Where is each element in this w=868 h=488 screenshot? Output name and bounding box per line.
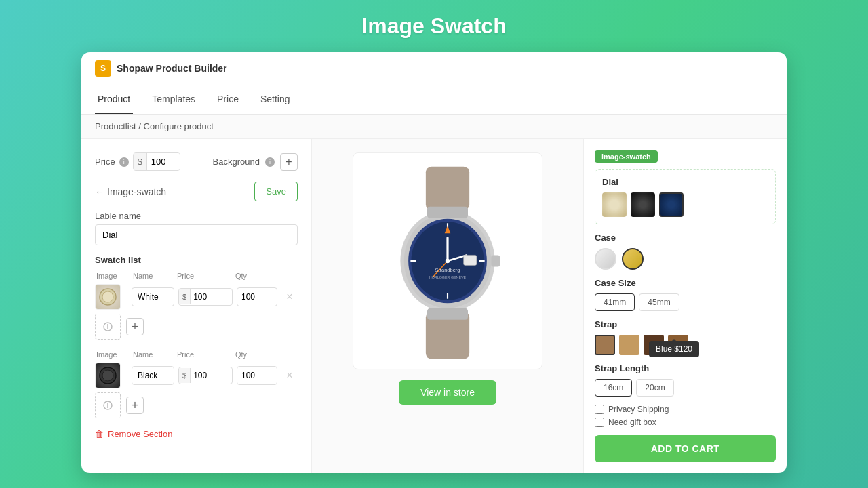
nav-bar: Product Templates Price Setting xyxy=(81,85,787,115)
bg-group: Background i + xyxy=(213,153,298,171)
watch-preview: Strandberg HORLOGER GENÈVE xyxy=(353,152,542,369)
remove-section-button[interactable]: 🗑 Remove Section xyxy=(95,429,172,439)
view-in-store-button[interactable]: View in store xyxy=(399,380,496,405)
case-option-silver[interactable] xyxy=(595,248,616,270)
dial-options xyxy=(602,192,768,217)
watch-image: Strandberg HORLOGER GENÈVE xyxy=(366,159,529,363)
label-name-label: Lable name xyxy=(95,211,298,221)
save-button[interactable]: Save xyxy=(254,182,298,201)
swatch-price-black[interactable] xyxy=(191,367,218,384)
swatch-placeholder-2 xyxy=(95,392,121,418)
swatch-price-wrap-white: $ xyxy=(178,288,233,306)
size-41mm[interactable]: 41mm xyxy=(595,293,635,311)
dial-option-blue[interactable] xyxy=(659,192,684,217)
strap-length-options: 16cm 20cm xyxy=(595,379,776,396)
need-gift-box-label: Need gift box xyxy=(608,418,656,427)
strap-length-label: Strap Length xyxy=(595,363,776,373)
logo-icon: S xyxy=(95,60,111,77)
add-swatch-button-1[interactable]: + xyxy=(126,318,144,336)
section-header: ← Image-swatch Save xyxy=(95,182,298,201)
dial-config-section: Dial xyxy=(595,169,776,224)
privacy-shipping-label: Privacy Shipping xyxy=(608,405,669,414)
image-swatch-badge: image-swatch xyxy=(595,150,658,163)
dial-option-dark[interactable] xyxy=(631,192,655,217)
swatch-image-white[interactable] xyxy=(95,284,121,310)
size-45mm[interactable]: 45mm xyxy=(639,293,679,311)
left-panel: Price i $ Background i + ← Image-swatch xyxy=(81,139,312,473)
svg-rect-8 xyxy=(426,167,469,210)
delete-black[interactable]: × xyxy=(281,369,298,382)
strap-20cm[interactable]: 20cm xyxy=(636,379,673,396)
price-dollar-white: $ xyxy=(179,289,191,304)
svg-rect-27 xyxy=(427,207,468,218)
case-section: Case Blue $120 xyxy=(595,232,776,270)
svg-rect-24 xyxy=(464,255,477,265)
breadcrumb-parent[interactable]: Productlist xyxy=(95,121,136,131)
add-row-1: + xyxy=(95,314,298,340)
swatch-name-white[interactable] xyxy=(132,287,174,306)
section-name: Image-swatch xyxy=(107,186,166,197)
swatch-name-black[interactable] xyxy=(132,366,174,385)
price-dollar-sign: $ xyxy=(134,153,147,170)
swatch-image-black[interactable] xyxy=(95,363,121,388)
case-size-options: 41mm 45mm xyxy=(595,293,776,311)
price-bg-row: Price i $ Background i + xyxy=(95,152,298,171)
swatch-qty-white[interactable] xyxy=(237,287,277,306)
strap-option-1[interactable] xyxy=(595,335,615,355)
swatch-list-title: Swatch list xyxy=(95,255,298,265)
swatch-price-white[interactable] xyxy=(191,289,218,305)
label-name-section: Lable name xyxy=(95,211,298,245)
breadcrumb-separator: / xyxy=(138,121,143,131)
case-size-label: Case Size xyxy=(595,278,776,288)
add-swatch-button-2[interactable]: + xyxy=(126,396,144,414)
swatch-qty-black[interactable] xyxy=(237,366,277,385)
trash-icon: 🗑 xyxy=(95,429,104,439)
delete-white[interactable]: × xyxy=(281,291,298,303)
strap-option-2[interactable] xyxy=(619,335,639,355)
svg-text:Strandberg: Strandberg xyxy=(435,267,460,273)
privacy-shipping-checkbox[interactable] xyxy=(595,405,604,414)
svg-point-5 xyxy=(102,370,113,381)
price-label: Price xyxy=(95,157,115,167)
nav-product[interactable]: Product xyxy=(95,85,133,114)
col-name-2: Name xyxy=(133,350,173,359)
breadcrumb: Productlist / Configure product xyxy=(81,115,787,139)
svg-text:HORLOGER GENÈVE: HORLOGER GENÈVE xyxy=(429,275,467,279)
swatch-placeholder-1 xyxy=(95,314,121,340)
background-add-button[interactable]: + xyxy=(280,153,298,171)
back-icon: ← xyxy=(95,186,104,197)
svg-rect-12 xyxy=(491,255,500,266)
background-info-icon[interactable]: i xyxy=(265,157,275,167)
col-qty-1: Qty xyxy=(235,272,276,280)
need-gift-box-checkbox[interactable] xyxy=(595,418,604,427)
svg-point-1 xyxy=(102,291,113,302)
swatch-header-2: Image Name Price Qty xyxy=(95,350,298,359)
case-option-gold[interactable] xyxy=(622,248,644,270)
back-button[interactable]: ← Image-swatch xyxy=(95,186,166,197)
page-title: Image Swatch xyxy=(361,14,506,39)
col-qty-2: Qty xyxy=(235,350,276,359)
nav-setting[interactable]: Setting xyxy=(258,85,293,114)
add-row-2: + xyxy=(95,392,298,418)
swatch-row-black: $ × xyxy=(95,363,298,388)
strap-label: Strap xyxy=(595,319,776,329)
nav-price[interactable]: Price xyxy=(214,85,241,114)
background-label: Background xyxy=(213,157,260,167)
case-label: Case xyxy=(595,232,776,243)
need-gift-box-item: Need gift box xyxy=(595,418,776,427)
top-bar: S Shopaw Product Builder xyxy=(81,52,787,85)
swatch-row-white: $ × xyxy=(95,284,298,310)
case-tooltip: Blue $120 xyxy=(649,341,699,357)
strap-16cm[interactable]: 16cm xyxy=(595,379,632,396)
nav-templates[interactable]: Templates xyxy=(149,85,198,114)
col-image-1: Image xyxy=(96,272,129,280)
right-panel: image-swatch Dial Case Blue $120 xyxy=(583,139,787,473)
breadcrumb-current: Configure product xyxy=(144,121,214,131)
dial-option-cream[interactable] xyxy=(602,192,627,217)
label-name-input[interactable] xyxy=(95,224,298,245)
strap-length-section: Strap Length 16cm 20cm xyxy=(595,363,776,396)
price-input[interactable] xyxy=(147,153,180,170)
add-to-cart-button[interactable]: ADD TO CART xyxy=(595,435,776,462)
dial-label: Dial xyxy=(602,177,768,187)
price-info-icon[interactable]: i xyxy=(119,157,129,167)
